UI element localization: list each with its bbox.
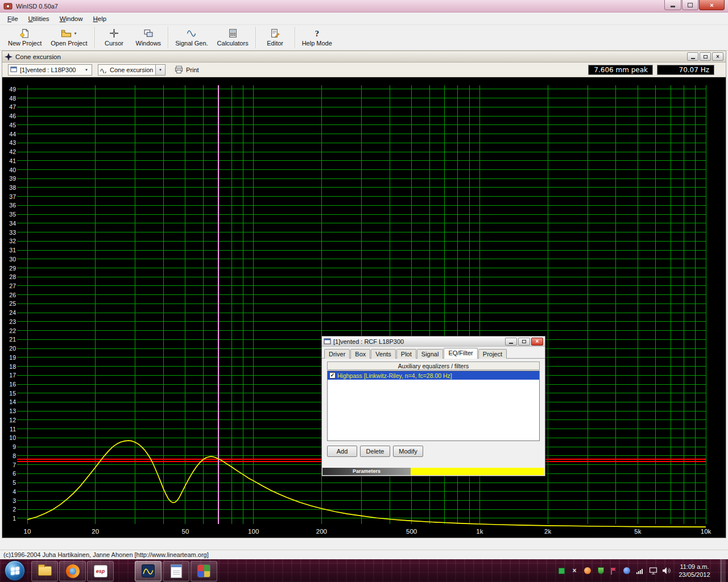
maximize-icon — [522, 340, 526, 343]
tray-icon-signal-bars[interactable] — [635, 566, 644, 575]
y-tick-label: 20 — [9, 345, 16, 352]
maximize-button[interactable] — [682, 0, 698, 10]
tray-icon-volume[interactable] — [661, 566, 671, 575]
parameters-header[interactable]: Parameters — [322, 468, 411, 475]
project-combo-arrow-icon[interactable]: ▼ — [83, 68, 90, 72]
tab-eq-filter[interactable]: EQ/Filter — [444, 348, 477, 359]
y-tick-label: 17 — [9, 372, 16, 379]
tray-icon-app-orange[interactable] — [583, 566, 592, 575]
tray-icon-status-green[interactable] — [557, 566, 566, 575]
child-restore-button[interactable] — [700, 52, 711, 61]
filter-checkbox[interactable]: ✓ — [329, 372, 336, 379]
y-tick-label: 13 — [9, 408, 16, 414]
y-tick-label: 23 — [9, 318, 16, 325]
y-tick-label: 32 — [9, 238, 16, 244]
y-tick-label: 2 — [13, 506, 16, 513]
x-tick-label: 1k — [476, 528, 483, 535]
y-tick-label: 15 — [9, 390, 16, 397]
print-button[interactable]: Print — [175, 65, 199, 74]
tray-icon-monitor[interactable] — [648, 566, 657, 575]
tab-project[interactable]: Project — [478, 349, 507, 359]
new-project-button[interactable]: New Project — [3, 26, 46, 49]
tab-signal[interactable]: Signal — [417, 349, 444, 359]
y-tick-label: 10 — [9, 434, 16, 441]
tray-icon-app-blue[interactable] — [622, 566, 631, 575]
open-project-dropdown-icon[interactable]: ▼ — [73, 32, 77, 35]
taskbar-button-esp[interactable]: esp — [87, 561, 114, 581]
dialog-close-button[interactable]: × — [531, 338, 543, 346]
y-tick-label: 7 — [13, 462, 16, 468]
calculators-button[interactable]: Calculators — [213, 26, 253, 49]
y-tick-label: 22 — [9, 327, 16, 334]
dialog-tabs: Driver Box Vents Plot Signal EQ/Filter P… — [322, 347, 545, 359]
y-tick-label: 37 — [9, 193, 16, 200]
filter-buttons-row: Add Delete Modify — [327, 446, 540, 457]
y-tick-label: 6 — [13, 470, 16, 477]
editor-button[interactable]: Editor — [258, 26, 292, 49]
delete-button[interactable]: Delete — [360, 446, 390, 457]
y-tick-label: 36 — [9, 202, 16, 209]
cone-excursion-titlebar[interactable]: Cone excursion × — [2, 51, 726, 63]
plot-type-dropdown-button[interactable]: ▼ — [156, 64, 166, 76]
tab-driver[interactable]: Driver — [324, 349, 350, 359]
signal-gen-button[interactable]: Signal Gen. — [171, 26, 212, 49]
project-combo[interactable]: [1]vented : L18P300 ▼ — [8, 64, 92, 76]
dialog-titlebar[interactable]: [1]vented : RCF L18P300 × — [322, 336, 545, 347]
dialog-minimize-button[interactable] — [505, 338, 517, 346]
start-button[interactable] — [5, 560, 25, 581]
cursor-button[interactable]: Cursor — [97, 26, 131, 49]
dialog-body: Auxiliary equalizers / filters ✓ Highpas… — [322, 359, 545, 457]
taskbar-button-paint[interactable] — [191, 561, 217, 581]
y-tick-label: 46 — [9, 113, 16, 119]
filters-listbox[interactable]: ✓ Highpass [Linkwitz-Riley, n=4, fc=28.0… — [327, 371, 540, 441]
window-controls: × — [664, 0, 725, 12]
help-mode-button[interactable]: ? Help Mode — [297, 26, 337, 49]
open-project-icon — [61, 29, 72, 38]
tab-vents[interactable]: Vents — [371, 349, 396, 359]
modify-button[interactable]: Modify — [393, 446, 423, 457]
titlebar[interactable]: WinISD 0.50a7 × — [0, 0, 728, 13]
print-icon — [175, 65, 183, 74]
tray-icon-shield[interactable] — [596, 566, 605, 575]
child-close-button[interactable]: × — [712, 52, 723, 61]
taskbar-button-winisd[interactable] — [135, 561, 162, 581]
new-project-label: New Project — [8, 40, 42, 47]
frequency-readout: 70.07 Hz — [657, 65, 714, 75]
plot-type-combo[interactable]: Cone excursion — [98, 64, 156, 76]
filter-list-item[interactable]: ✓ Highpass [Linkwitz-Riley, n=4, fc=28.0… — [328, 371, 539, 380]
menubar: File Utilities Window Help — [0, 13, 728, 25]
x-tick-label: 5k — [634, 528, 641, 535]
show-desktop-button[interactable] — [721, 559, 726, 582]
system-tray: × 11:09 a.m. 23/05/2012 — [557, 559, 727, 582]
editor-label: Editor — [267, 40, 283, 47]
y-tick-label: 4 — [13, 488, 16, 495]
child-minimize-button[interactable] — [687, 52, 698, 61]
dialog-maximize-button[interactable] — [518, 338, 530, 346]
tray-icon-flag[interactable] — [609, 566, 618, 575]
open-project-button[interactable]: ▼ Open Project — [46, 26, 92, 49]
y-tick-label: 44 — [9, 131, 16, 138]
tab-box[interactable]: Box — [350, 349, 370, 359]
minimize-button[interactable] — [664, 0, 681, 10]
y-tick-label: 39 — [9, 175, 16, 182]
menu-utilities[interactable]: Utilities — [23, 14, 55, 24]
menu-help[interactable]: Help — [88, 14, 112, 24]
taskbar-clock[interactable]: 11:09 a.m. 23/05/2012 — [675, 563, 714, 579]
tab-plot[interactable]: Plot — [396, 349, 416, 359]
taskbar-button-firefox[interactable] — [59, 561, 86, 581]
y-tick-label: 42 — [9, 148, 16, 155]
tray-icon-network-offline[interactable]: × — [570, 566, 579, 575]
firefox-icon — [66, 564, 80, 578]
y-tick-label: 11 — [10, 426, 16, 433]
close-button[interactable]: × — [699, 0, 725, 10]
menu-file[interactable]: File — [2, 14, 23, 24]
plot-type-combo-value: Cone excursion — [110, 66, 153, 73]
add-button[interactable]: Add — [327, 446, 357, 457]
menu-window[interactable]: Window — [55, 14, 88, 24]
signal-gen-label: Signal Gen. — [175, 40, 208, 47]
y-tick-label: 12 — [9, 417, 16, 423]
statusbar: (c)1996-2004 Juha Hartikainen, Janne Aho… — [0, 550, 728, 559]
taskbar-button-explorer[interactable] — [31, 561, 58, 581]
windows-button[interactable]: Windows — [131, 26, 166, 49]
taskbar-button-notepad[interactable] — [163, 561, 189, 581]
